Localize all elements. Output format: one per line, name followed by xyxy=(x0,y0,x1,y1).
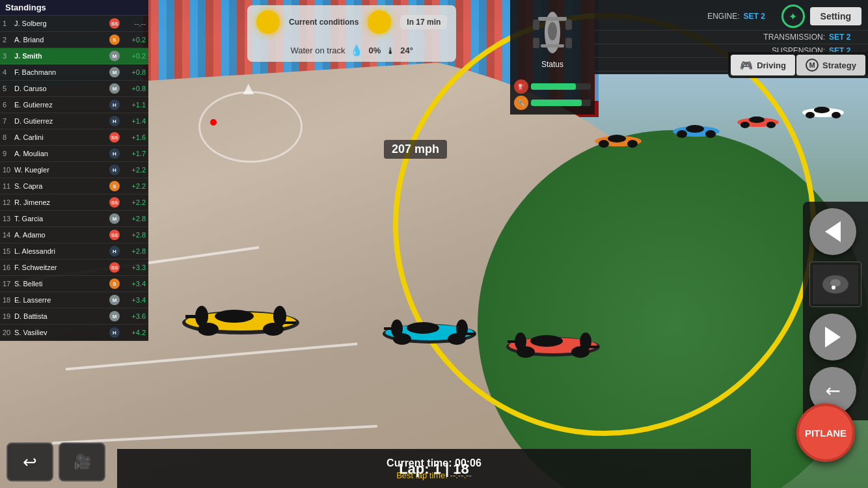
engine-row: ENGINE: SET 2 ✦ Setting xyxy=(595,3,868,31)
driver-name-8: A. Carlini xyxy=(14,133,109,141)
driving-label: Driving xyxy=(757,61,786,70)
delta-16: +3.3 xyxy=(122,264,146,271)
delta-4: +0.8 xyxy=(122,68,146,76)
tire-badge-19: M xyxy=(109,311,120,321)
driver-name-9: A. Moulian xyxy=(14,150,109,157)
pos-16: 16 xyxy=(3,264,14,271)
strategy-button[interactable]: M Strategy xyxy=(796,55,865,75)
standing-row-17: 17S. BelletiS+3.4 xyxy=(0,276,148,292)
tire-badge-4: M xyxy=(109,67,120,77)
cyan-car xyxy=(377,306,481,351)
standings-header: Standings xyxy=(0,0,148,16)
tire-badge-6: H xyxy=(109,100,120,110)
pitlane-button[interactable]: PITLANE xyxy=(796,403,855,462)
player-car xyxy=(176,290,306,345)
standing-row-6: 6E. GutierrezH+1.1 xyxy=(0,97,148,113)
svg-point-54 xyxy=(832,286,835,290)
back-control-button[interactable]: ↩ xyxy=(7,442,53,481)
standing-row-10: 10W. KueglerH+2.2 xyxy=(0,162,148,178)
delta-9: +1.7 xyxy=(122,150,146,157)
best-lap-display: Best lap time: --:--.-- xyxy=(396,470,472,480)
transmission-label: TRANSMISSION: xyxy=(601,33,829,42)
pos-10: 10 xyxy=(3,166,14,174)
ctrl-back-button[interactable] xyxy=(809,314,856,360)
pos-17: 17 xyxy=(3,280,14,288)
driver-name-7: D. Gutierrez xyxy=(14,117,109,125)
delta-7: +1.4 xyxy=(122,117,146,125)
driver-name-1: J. Solberg xyxy=(14,20,109,27)
setting-button[interactable]: Setting xyxy=(810,7,861,25)
tire-badge-18: M xyxy=(109,295,120,305)
driver-name-2: A. Briand xyxy=(14,36,109,44)
pos-9: 9 xyxy=(3,150,14,157)
svg-point-34 xyxy=(705,130,716,138)
driver-name-16: F. Schweitzer xyxy=(14,264,109,271)
delta-15: +2.8 xyxy=(122,247,146,255)
svg-point-41 xyxy=(806,112,815,118)
tire-badge-13: M xyxy=(109,213,120,224)
delta-6: +1.1 xyxy=(122,101,146,109)
tire-badge-11: S xyxy=(109,181,120,191)
svg-rect-47 xyxy=(533,20,539,30)
tire-badge-1: SS xyxy=(109,18,120,29)
delta-12: +2.2 xyxy=(122,198,146,206)
tire-wear-icon: 🔧 xyxy=(514,96,528,110)
svg-point-53 xyxy=(830,279,841,287)
svg-point-11 xyxy=(407,322,439,334)
ctrl-left-button[interactable] xyxy=(809,208,856,255)
water-icon: 💧 xyxy=(350,44,363,57)
standing-row-5: 5D. CarusoM+0.8 xyxy=(0,81,148,97)
driver-name-5: D. Caruso xyxy=(14,85,109,92)
standing-row-8: 8A. CarliniSS+1.6 xyxy=(0,129,148,146)
tire-badge-10: H xyxy=(109,165,120,175)
tire-badge-14: SS xyxy=(109,230,120,240)
standings-rows: 1J. SolbergSS--,--2A. BriandS+0.23J. Smi… xyxy=(0,16,148,341)
pos-6: 6 xyxy=(3,101,14,109)
driver-name-14: A. Adamo xyxy=(14,231,109,239)
tire-badge-15: H xyxy=(109,246,120,256)
standing-row-20: 20S. VasilievH+4.2 xyxy=(0,325,148,341)
standing-row-4: 4F. BachmannM+0.8 xyxy=(0,64,148,81)
svg-point-16 xyxy=(391,319,403,338)
standings-panel: Standings 1J. SolbergSS--,--2A. BriandS+… xyxy=(0,0,148,341)
standing-row-16: 16F. SchweitzerSS+3.3 xyxy=(0,260,148,276)
speed-display: 207 mph xyxy=(384,140,447,159)
tire-badge-17: S xyxy=(109,278,120,289)
standing-row-9: 9A. MoulianH+1.7 xyxy=(0,146,148,162)
svg-rect-48 xyxy=(565,20,572,30)
svg-rect-46 xyxy=(541,44,564,47)
pos-18: 18 xyxy=(3,296,14,304)
svg-point-40 xyxy=(814,107,830,113)
delta-11: +2.2 xyxy=(122,182,146,190)
status-label: Status xyxy=(541,60,563,69)
svg-point-25 xyxy=(515,332,526,351)
pos-14: 14 xyxy=(3,231,14,239)
driver-name-15: L. Alessandri xyxy=(14,247,109,255)
driving-button[interactable]: 🎮 Driving xyxy=(731,55,795,75)
conditions-panel: Current conditions In 17 min Water on tr… xyxy=(247,5,456,62)
standing-row-18: 18E. LasserreM+3.4 xyxy=(0,292,148,308)
pos-19: 19 xyxy=(3,312,14,320)
pos-1: 1 xyxy=(3,20,14,27)
steering-arrow: ▲ xyxy=(239,78,258,99)
svg-point-28 xyxy=(608,135,626,142)
fuel-bar-row: ⛽ xyxy=(514,79,591,94)
tire-bar-row: 🔧 xyxy=(514,96,591,110)
compass-icon: ✦ xyxy=(781,5,805,28)
sun-icon-right xyxy=(368,10,391,34)
standing-row-3: 3J. SmithM+0.2 xyxy=(0,48,148,64)
pos-12: 12 xyxy=(3,198,14,206)
svg-rect-45 xyxy=(538,17,567,21)
driver-name-18: E. Lasserre xyxy=(14,296,109,304)
bottom-left-controls: ↩ 🎥 xyxy=(7,442,105,481)
conditions-label: Current conditions xyxy=(289,18,359,27)
pos-20: 20 xyxy=(3,329,14,336)
svg-point-38 xyxy=(766,122,776,128)
camera-control-button[interactable]: 🎥 xyxy=(59,442,105,481)
svg-point-26 xyxy=(580,332,591,351)
standing-row-2: 2A. BriandS+0.2 xyxy=(0,32,148,48)
delta-2: +0.2 xyxy=(122,36,146,44)
standing-row-13: 13T. GarciaM+2.8 xyxy=(0,211,148,227)
driver-name-10: W. Kuegler xyxy=(14,166,109,174)
bottom-center-panel: Current time: 00:06 Best lap time: --:--… xyxy=(117,449,751,488)
